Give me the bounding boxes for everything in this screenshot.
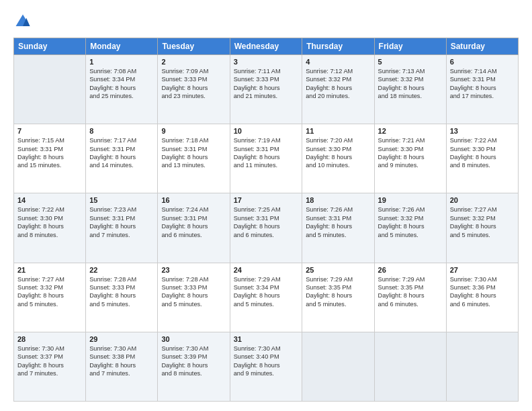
day-number: 17: [234, 196, 299, 204]
day-number: 23: [161, 266, 226, 274]
calendar-cell: [302, 332, 374, 401]
calendar-cell: 30Sunrise: 7:30 AMSunset: 3:39 PMDayligh…: [158, 332, 230, 401]
day-number: 21: [17, 266, 82, 274]
calendar-cell: 26Sunrise: 7:29 AMSunset: 3:35 PMDayligh…: [374, 263, 446, 332]
cell-content: Sunrise: 7:29 AMSunset: 3:35 PMDaylight:…: [306, 275, 370, 309]
calendar-cell: 3Sunrise: 7:11 AMSunset: 3:33 PMDaylight…: [230, 55, 302, 124]
cell-content: Sunrise: 7:27 AMSunset: 3:32 PMDaylight:…: [450, 205, 515, 239]
cell-content: Sunrise: 7:28 AMSunset: 3:33 PMDaylight:…: [161, 275, 226, 309]
cell-content: Sunrise: 7:26 AMSunset: 3:31 PMDaylight:…: [306, 205, 370, 239]
day-number: 20: [450, 196, 515, 204]
day-number: 11: [306, 127, 370, 135]
calendar-day-header: Sunday: [14, 38, 86, 55]
calendar-cell: 29Sunrise: 7:30 AMSunset: 3:38 PMDayligh…: [86, 332, 158, 401]
day-number: 25: [306, 266, 370, 274]
day-number: 28: [17, 335, 82, 343]
cell-content: Sunrise: 7:27 AMSunset: 3:32 PMDaylight:…: [17, 275, 82, 309]
day-number: 8: [89, 127, 154, 135]
calendar-cell: 13Sunrise: 7:22 AMSunset: 3:30 PMDayligh…: [446, 124, 518, 193]
calendar-cell: 17Sunrise: 7:25 AMSunset: 3:31 PMDayligh…: [230, 193, 302, 263]
cell-content: Sunrise: 7:17 AMSunset: 3:31 PMDaylight:…: [89, 136, 154, 170]
day-number: 9: [161, 127, 226, 135]
day-number: 19: [378, 196, 443, 204]
day-number: 1: [89, 58, 154, 66]
day-number: 27: [450, 266, 515, 274]
cell-content: Sunrise: 7:12 AMSunset: 3:32 PMDaylight:…: [306, 67, 370, 101]
cell-content: Sunrise: 7:11 AMSunset: 3:33 PMDaylight:…: [234, 67, 299, 101]
calendar-cell: 6Sunrise: 7:14 AMSunset: 3:31 PMDaylight…: [446, 55, 518, 124]
calendar-cell: 25Sunrise: 7:29 AMSunset: 3:35 PMDayligh…: [302, 263, 374, 332]
calendar-day-header: Saturday: [446, 38, 518, 55]
cell-content: Sunrise: 7:30 AMSunset: 3:37 PMDaylight:…: [17, 345, 82, 378]
calendar-table: SundayMondayTuesdayWednesdayThursdayFrid…: [13, 38, 519, 402]
cell-content: Sunrise: 7:25 AMSunset: 3:31 PMDaylight:…: [234, 205, 299, 239]
cell-content: Sunrise: 7:22 AMSunset: 3:30 PMDaylight:…: [17, 205, 82, 239]
day-number: 18: [306, 196, 370, 204]
day-number: 15: [89, 196, 154, 204]
cell-content: Sunrise: 7:18 AMSunset: 3:31 PMDaylight:…: [161, 136, 226, 170]
cell-content: Sunrise: 7:28 AMSunset: 3:33 PMDaylight:…: [89, 275, 154, 309]
cell-content: Sunrise: 7:21 AMSunset: 3:30 PMDaylight:…: [378, 136, 443, 170]
day-number: 29: [89, 335, 154, 343]
calendar-cell: [446, 332, 518, 401]
day-number: 16: [161, 196, 226, 204]
cell-content: Sunrise: 7:23 AMSunset: 3:31 PMDaylight:…: [89, 205, 154, 239]
header: [13, 12, 519, 31]
calendar-week-row: 1Sunrise: 7:08 AMSunset: 3:34 PMDaylight…: [14, 55, 519, 124]
calendar-cell: 19Sunrise: 7:26 AMSunset: 3:32 PMDayligh…: [374, 193, 446, 263]
calendar-week-row: 7Sunrise: 7:15 AMSunset: 3:31 PMDaylight…: [14, 124, 519, 193]
cell-content: Sunrise: 7:22 AMSunset: 3:30 PMDaylight:…: [450, 136, 515, 170]
calendar-week-row: 21Sunrise: 7:27 AMSunset: 3:32 PMDayligh…: [14, 263, 519, 332]
calendar-day-header: Friday: [374, 38, 446, 55]
day-number: 5: [378, 58, 443, 66]
calendar-cell: 2Sunrise: 7:09 AMSunset: 3:33 PMDaylight…: [158, 55, 230, 124]
calendar-day-header: Wednesday: [230, 38, 302, 55]
calendar-cell: 21Sunrise: 7:27 AMSunset: 3:32 PMDayligh…: [14, 263, 86, 332]
calendar-cell: 1Sunrise: 7:08 AMSunset: 3:34 PMDaylight…: [86, 55, 158, 124]
day-number: 3: [234, 58, 299, 66]
calendar-cell: 28Sunrise: 7:30 AMSunset: 3:37 PMDayligh…: [14, 332, 86, 401]
calendar-cell: 15Sunrise: 7:23 AMSunset: 3:31 PMDayligh…: [86, 193, 158, 263]
day-number: 12: [378, 127, 443, 135]
cell-content: Sunrise: 7:19 AMSunset: 3:31 PMDaylight:…: [234, 136, 299, 170]
day-number: 24: [234, 266, 299, 274]
cell-content: Sunrise: 7:30 AMSunset: 3:40 PMDaylight:…: [234, 345, 299, 378]
cell-content: Sunrise: 7:24 AMSunset: 3:31 PMDaylight:…: [161, 205, 226, 239]
day-number: 13: [450, 127, 515, 135]
calendar-cell: 18Sunrise: 7:26 AMSunset: 3:31 PMDayligh…: [302, 193, 374, 263]
cell-content: Sunrise: 7:08 AMSunset: 3:34 PMDaylight:…: [89, 67, 154, 101]
calendar-cell: 14Sunrise: 7:22 AMSunset: 3:30 PMDayligh…: [14, 193, 86, 263]
calendar-cell: 12Sunrise: 7:21 AMSunset: 3:30 PMDayligh…: [374, 124, 446, 193]
calendar-cell: 27Sunrise: 7:30 AMSunset: 3:36 PMDayligh…: [446, 263, 518, 332]
day-number: 31: [234, 335, 299, 343]
cell-content: Sunrise: 7:09 AMSunset: 3:33 PMDaylight:…: [161, 67, 226, 101]
cell-content: Sunrise: 7:30 AMSunset: 3:38 PMDaylight:…: [89, 345, 154, 378]
page: SundayMondayTuesdayWednesdayThursdayFrid…: [0, 0, 532, 411]
day-number: 10: [234, 127, 299, 135]
calendar-cell: 4Sunrise: 7:12 AMSunset: 3:32 PMDaylight…: [302, 55, 374, 124]
calendar-cell: 5Sunrise: 7:13 AMSunset: 3:32 PMDaylight…: [374, 55, 446, 124]
calendar-day-header: Monday: [86, 38, 158, 55]
calendar-cell: 11Sunrise: 7:20 AMSunset: 3:30 PMDayligh…: [302, 124, 374, 193]
logo: [13, 12, 35, 31]
calendar-cell: 8Sunrise: 7:17 AMSunset: 3:31 PMDaylight…: [86, 124, 158, 193]
day-number: 6: [450, 58, 515, 66]
cell-content: Sunrise: 7:26 AMSunset: 3:32 PMDaylight:…: [378, 205, 443, 239]
cell-content: Sunrise: 7:15 AMSunset: 3:31 PMDaylight:…: [17, 136, 82, 170]
calendar-day-header: Thursday: [302, 38, 374, 55]
cell-content: Sunrise: 7:14 AMSunset: 3:31 PMDaylight:…: [450, 67, 515, 101]
calendar-cell: 24Sunrise: 7:29 AMSunset: 3:34 PMDayligh…: [230, 263, 302, 332]
calendar-header-row: SundayMondayTuesdayWednesdayThursdayFrid…: [14, 38, 519, 55]
calendar-cell: 7Sunrise: 7:15 AMSunset: 3:31 PMDaylight…: [14, 124, 86, 193]
calendar-cell: 31Sunrise: 7:30 AMSunset: 3:40 PMDayligh…: [230, 332, 302, 401]
calendar-cell: 23Sunrise: 7:28 AMSunset: 3:33 PMDayligh…: [158, 263, 230, 332]
calendar-cell: 20Sunrise: 7:27 AMSunset: 3:32 PMDayligh…: [446, 193, 518, 263]
cell-content: Sunrise: 7:20 AMSunset: 3:30 PMDaylight:…: [306, 136, 370, 170]
day-number: 26: [378, 266, 443, 274]
day-number: 22: [89, 266, 154, 274]
day-number: 2: [161, 58, 226, 66]
calendar-week-row: 14Sunrise: 7:22 AMSunset: 3:30 PMDayligh…: [14, 193, 519, 263]
calendar-cell: [374, 332, 446, 401]
calendar-cell: 16Sunrise: 7:24 AMSunset: 3:31 PMDayligh…: [158, 193, 230, 263]
cell-content: Sunrise: 7:30 AMSunset: 3:39 PMDaylight:…: [161, 345, 226, 378]
